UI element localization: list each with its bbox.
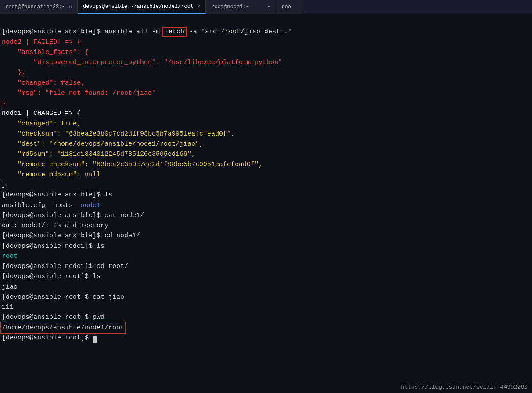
cat-cmd: [devops@ansible ansible]$ cat node1/: [2, 212, 144, 219]
cd-root-cmd: [devops@ansible node1]$ cd root/: [2, 263, 128, 270]
ls-output2: root: [2, 253, 18, 260]
tab-2-label: devops@ansible:~/ansible/node1/root: [83, 4, 194, 10]
tab-2[interactable]: devops@ansible:~/ansible/node1/root ✕: [78, 0, 206, 14]
ls-output: ansible.cfg hosts node1: [2, 202, 101, 209]
tab-1-label: root@foundation28:~: [5, 4, 65, 10]
msg-not-found-line: "msg": "file not found: /root/jiao": [2, 89, 156, 97]
ls-cmd: [devops@ansible ansible]$ ls: [2, 191, 112, 199]
changed-true-line: "changed": true,: [2, 120, 81, 128]
fetch-keyword: fetch: [164, 28, 185, 36]
cat-jiao-output: 111: [2, 304, 14, 311]
ls-cmd2: [devops@ansible node1]$ ls: [2, 243, 104, 250]
tab-4-label: roo: [281, 4, 291, 10]
remote-md5sum-line: "remote_md5sum": null: [2, 171, 101, 179]
tab-3-close[interactable]: ✕: [267, 4, 270, 10]
close-brace-indent: },: [2, 69, 25, 76]
ls-root-cmd: [devops@ansible root]$ ls: [2, 273, 101, 280]
remote-checksum-line: "remote_checksum": "63bea2e3b0c7cd2d1f98…: [2, 161, 262, 168]
node2-failed-line: node2 | FAILED! => {: [2, 39, 81, 46]
command-line: [devops@ansible ansible]$ ansible all -m…: [2, 28, 292, 36]
tab-1[interactable]: root@foundation28:~ ✕: [0, 0, 78, 14]
watermark: https://blog.csdn.net/weixin_44992260: [401, 384, 528, 390]
tab-4[interactable]: roo: [276, 0, 302, 14]
cat-output: cat: node1/: Is a directory: [2, 222, 108, 229]
tab-1-close[interactable]: ✕: [69, 4, 72, 10]
close-brace-1: }: [2, 100, 6, 107]
pwd-output: /home/devops/ansible/node1/root: [2, 323, 124, 333]
cursor: [93, 336, 97, 343]
discovered-line: "discovered_interpreter_python": "/usr/l…: [2, 59, 282, 66]
md5sum-line: "md5sum": "1181c1834012245d785120e3505ed…: [2, 150, 195, 158]
cat-jiao-cmd: [devops@ansible root]$ cat jiao: [2, 293, 124, 301]
changed-false-line: "changed": false,: [2, 79, 85, 87]
final-prompt-line: [devops@ansible root]$: [2, 334, 97, 342]
pwd-cmd: [devops@ansible root]$ pwd: [2, 314, 104, 321]
checksum-line: "checksum": "63bea2e3b0c7cd2d1f98bc5b7a9…: [2, 130, 235, 138]
cd-cmd: [devops@ansible ansible]$ cd node1/: [2, 232, 140, 239]
terminal: [devops@ansible ansible]$ ansible all -m…: [0, 14, 532, 393]
pwd-output-line: /home/devops/ansible/node1/root: [2, 324, 124, 332]
tab-2-close[interactable]: ✕: [197, 3, 200, 10]
tab-3-label: root@node1:~: [211, 4, 249, 10]
tab-3[interactable]: root@node1:~ ✕: [206, 0, 276, 14]
close-brace-2: }: [2, 181, 6, 189]
ansible-facts-key: "ansible_facts": {: [2, 49, 89, 56]
tab-bar: root@foundation28:~ ✕ devops@ansible:~/a…: [0, 0, 532, 14]
dest-line: "dest": "/home/devops/ansible/node1/root…: [2, 140, 203, 148]
node1-changed-line: node1 | CHANGED => {: [2, 110, 81, 117]
ls-root-output: jiao: [2, 283, 18, 291]
